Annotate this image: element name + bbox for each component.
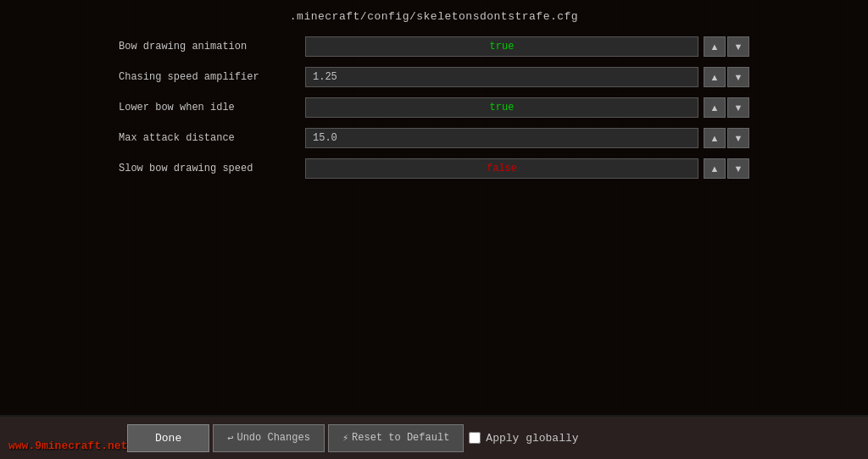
reset-button[interactable]: ⚡ Reset to Default — [328, 424, 464, 452]
config-area: Bow drawing animation▲▼Chasing speed amp… — [0, 31, 868, 415]
increment-button[interactable]: ▲ — [704, 67, 726, 87]
config-row: Chasing speed amplifier▲▼ — [119, 62, 749, 92]
config-input-1[interactable] — [305, 67, 698, 87]
config-row: Max attack distance▲▼ — [119, 123, 749, 153]
undo-icon: ↩ — [227, 432, 233, 445]
config-arrow-buttons: ▲▼ — [704, 97, 749, 118]
apply-globally-checkbox[interactable] — [469, 432, 481, 444]
config-input-0[interactable] — [305, 36, 698, 57]
config-input-wrap — [305, 158, 698, 179]
reset-icon: ⚡ — [342, 432, 348, 445]
config-arrow-buttons: ▲▼ — [704, 36, 749, 57]
decrement-button[interactable]: ▼ — [727, 128, 749, 148]
increment-button[interactable]: ▲ — [704, 128, 726, 148]
config-arrow-buttons: ▲▼ — [704, 158, 749, 179]
undo-button[interactable]: ↩ Undo Changes — [213, 424, 325, 452]
done-button[interactable]: Done — [127, 424, 209, 452]
decrement-button[interactable]: ▼ — [727, 67, 749, 87]
bottom-bar: Done ↩ Undo Changes ⚡ Reset to Default A… — [0, 415, 868, 459]
undo-label: Undo Changes — [236, 432, 309, 444]
apply-globally-label: Apply globally — [486, 432, 578, 445]
config-input-3[interactable] — [305, 128, 698, 148]
apply-globally-wrap: Apply globally — [469, 432, 578, 445]
decrement-button[interactable]: ▼ — [727, 36, 749, 57]
config-label: Chasing speed amplifier — [119, 71, 305, 83]
config-label: Max attack distance — [119, 132, 305, 144]
page-title: .minecraft/config/skeletonsdontstrafe.cf… — [0, 0, 868, 31]
config-input-wrap — [305, 67, 698, 87]
config-input-wrap — [305, 128, 698, 148]
watermark: www.9minecraft.net — [8, 440, 127, 452]
increment-button[interactable]: ▲ — [704, 158, 726, 179]
config-row: Slow bow drawing speed▲▼ — [119, 153, 749, 184]
config-label: Lower bow when idle — [119, 102, 305, 113]
config-label: Slow bow drawing speed — [119, 163, 305, 174]
config-label: Bow drawing animation — [119, 41, 305, 53]
decrement-button[interactable]: ▼ — [727, 97, 749, 118]
config-input-wrap — [305, 97, 698, 118]
config-row: Lower bow when idle▲▼ — [119, 92, 749, 123]
config-input-wrap — [305, 36, 698, 57]
increment-button[interactable]: ▲ — [704, 97, 726, 118]
config-input-4[interactable] — [305, 158, 698, 179]
increment-button[interactable]: ▲ — [704, 36, 726, 57]
config-arrow-buttons: ▲▼ — [704, 128, 749, 148]
config-row: Bow drawing animation▲▼ — [119, 31, 749, 62]
config-input-2[interactable] — [305, 97, 698, 118]
config-arrow-buttons: ▲▼ — [704, 67, 749, 87]
decrement-button[interactable]: ▼ — [727, 158, 749, 179]
reset-label: Reset to Default — [352, 432, 449, 444]
